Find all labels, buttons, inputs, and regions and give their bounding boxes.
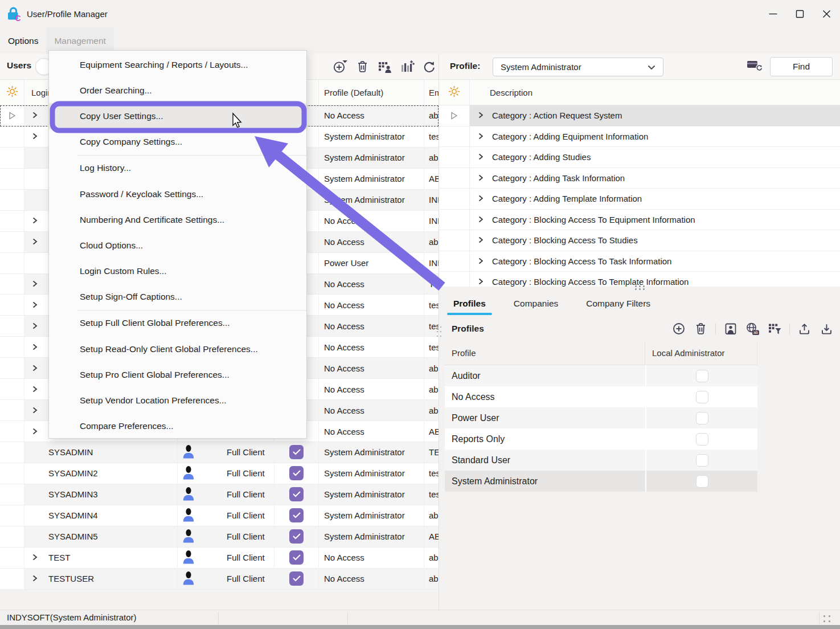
expand-chevron-icon[interactable]	[477, 173, 484, 183]
profile-default-column-header[interactable]: Profile (Default)	[319, 80, 424, 105]
profile-row[interactable]: No Access	[445, 386, 757, 407]
find-button[interactable]: Find	[770, 57, 833, 76]
local-admin-column-header[interactable]: Local Administrator	[645, 341, 757, 365]
expand-chevron-icon[interactable]	[477, 235, 484, 245]
expand-chevron-icon[interactable]	[477, 132, 484, 141]
menu-item[interactable]: Setup Sign-Off Captions...	[49, 284, 306, 310]
menu-item[interactable]: Password / Keycloak Settings...	[49, 181, 306, 207]
checkbox-unchecked[interactable]	[696, 391, 708, 403]
menu-item[interactable]: Login Custom Rules...	[49, 259, 306, 284]
profile-column-header[interactable]: Profile	[445, 341, 645, 365]
menu-item[interactable]: Compare Preferences...	[49, 414, 306, 439]
tree-row[interactable]: Category : Blocking Access To Task Infor…	[439, 251, 840, 272]
menu-item[interactable]: Equipment Searching / Reports / Layouts.…	[49, 52, 306, 77]
enabled-checkbox-cell[interactable]	[274, 505, 319, 526]
close-button[interactable]	[813, 0, 840, 27]
menu-item[interactable]: Copy User Settings...	[49, 103, 306, 129]
expand-chevron-icon[interactable]	[31, 237, 38, 247]
expand-chevron-icon[interactable]	[31, 111, 38, 120]
menu-item[interactable]: Setup Full Client Global Preferences...	[49, 311, 306, 336]
local-admin-checkbox-cell[interactable]	[645, 428, 757, 450]
vertical-splitter-handle[interactable]	[436, 325, 442, 338]
expand-chevron-icon[interactable]	[31, 363, 38, 373]
user-row[interactable]: TESTUSERFull ClientNo Accessab	[0, 569, 439, 590]
expand-chevron-icon[interactable]	[477, 152, 484, 162]
maximize-button[interactable]	[786, 0, 813, 27]
menu-options[interactable]: Options	[0, 27, 46, 54]
refresh-icon[interactable]	[421, 59, 437, 74]
expand-chevron-icon[interactable]	[31, 385, 38, 394]
description-column-header[interactable]: Description	[470, 80, 840, 105]
tree-row[interactable]: Category : Adding Task Information	[439, 168, 840, 189]
expand-chevron-icon[interactable]	[31, 216, 38, 226]
enabled-checkbox-cell[interactable]	[274, 463, 319, 484]
checkbox-unchecked[interactable]	[696, 433, 708, 446]
tab-profiles[interactable]: Profiles	[447, 292, 492, 316]
expand-chevron-icon[interactable]	[31, 553, 38, 562]
profile-row[interactable]: Power User	[445, 407, 757, 428]
expand-chevron-icon[interactable]	[31, 132, 38, 141]
menu-item[interactable]: Setup Read-Only Client Global Preference…	[49, 336, 306, 362]
enabled-checkbox-cell[interactable]	[274, 569, 319, 590]
profile-row[interactable]: System Administrator	[445, 471, 757, 492]
profile-row[interactable]: Reports Only	[445, 428, 757, 450]
enabled-checkbox-cell[interactable]	[274, 442, 319, 463]
local-admin-checkbox-cell[interactable]	[645, 407, 757, 428]
user-row[interactable]: SYSADMIN2Full ClientSystem Administrator…	[0, 463, 439, 484]
add-profile-icon[interactable]	[671, 321, 686, 336]
menu-item[interactable]: Cloud Options...	[49, 232, 306, 258]
add-user-icon[interactable]	[333, 59, 348, 74]
horizontal-splitter-handle[interactable]	[634, 285, 646, 291]
profile-row[interactable]: Standard User	[445, 450, 757, 471]
expand-chevron-icon[interactable]	[31, 321, 38, 331]
profile-row[interactable]: Auditor	[445, 365, 757, 386]
menu-item[interactable]: Order Searching...	[49, 77, 306, 103]
expand-chevron-icon[interactable]	[477, 277, 484, 287]
tree-row[interactable]: Category : Action Request System	[439, 105, 840, 126]
user-row[interactable]: TESTFull ClientNo Accessab	[0, 548, 439, 569]
expand-chevron-icon[interactable]	[477, 111, 484, 120]
enabled-checkbox-cell[interactable]	[274, 484, 319, 505]
expand-chevron-icon[interactable]	[31, 279, 38, 289]
profile-select[interactable]: System Administrator	[493, 58, 663, 76]
expand-chevron-icon[interactable]	[31, 406, 38, 415]
local-admin-checkbox-cell[interactable]	[645, 471, 757, 492]
user-row[interactable]: SYSADMIN5Full ClientSystem Administrator…	[0, 526, 439, 548]
card-refresh-icon[interactable]	[747, 58, 764, 75]
delete-user-icon[interactable]	[355, 59, 370, 74]
menu-item[interactable]: Numbering And Certificate Settings...	[49, 207, 306, 232]
minimize-button[interactable]	[760, 0, 786, 27]
checkbox-unchecked[interactable]	[696, 454, 708, 467]
user-row[interactable]: SYSADMINFull ClientSystem AdministratorT…	[0, 442, 439, 463]
checkbox-unchecked[interactable]	[696, 475, 708, 488]
menu-item[interactable]: Log History...	[49, 156, 306, 181]
expand-chevron-icon[interactable]	[477, 194, 484, 203]
expand-chevron-icon[interactable]	[31, 427, 38, 436]
tab-company-filters[interactable]: Company Filters	[580, 292, 657, 316]
delete-profile-icon[interactable]	[693, 321, 708, 336]
local-admin-checkbox-cell[interactable]	[645, 450, 757, 471]
import-icon[interactable]	[819, 321, 834, 336]
localization-icon[interactable]: ab	[745, 321, 760, 336]
checkbox-unchecked[interactable]	[696, 412, 708, 424]
expand-chevron-icon[interactable]	[31, 574, 38, 583]
email-column-header[interactable]: Email	[424, 80, 439, 105]
menu-item[interactable]: Setup Vendor Location Preferences...	[49, 387, 306, 413]
expand-chevron-icon[interactable]	[31, 300, 38, 310]
grid-filter-icon[interactable]	[767, 321, 782, 336]
enabled-checkbox-cell[interactable]	[274, 548, 319, 569]
resize-grip[interactable]	[823, 615, 834, 626]
chart-columns-icon[interactable]	[399, 59, 415, 74]
tab-companies[interactable]: Companies	[507, 292, 564, 316]
user-row[interactable]: SYSADMIN3Full ClientSystem Administrator…	[0, 484, 439, 505]
local-admin-checkbox-cell[interactable]	[645, 386, 757, 407]
user-grid-icon[interactable]	[377, 59, 392, 74]
local-admin-checkbox-cell[interactable]	[645, 365, 757, 386]
menu-item[interactable]: Copy Company Settings...	[49, 129, 306, 155]
expand-chevron-icon[interactable]	[477, 256, 484, 266]
menu-item[interactable]: Setup Pro Client Global Preferences...	[49, 362, 306, 387]
tree-row[interactable]: Category : Blocking Access To Equipment …	[439, 210, 840, 231]
profile-card-icon[interactable]	[723, 321, 738, 336]
export-icon[interactable]	[797, 321, 812, 336]
tree-row[interactable]: Category : Blocking Access To Studies	[439, 230, 840, 251]
